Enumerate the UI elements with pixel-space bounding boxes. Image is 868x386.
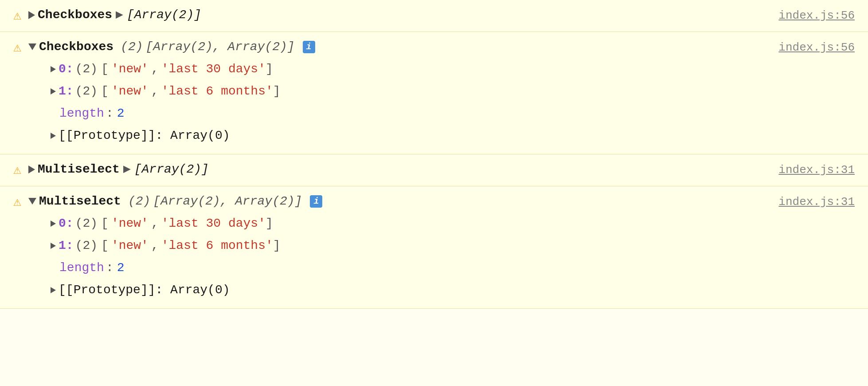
index-2-0: 0: [59, 60, 74, 79]
row-left-4: ⚠ Multiselect (2) [Array(2), Array(2)] i… [13, 192, 855, 301]
expand-triangle-3[interactable] [28, 165, 35, 173]
label-checkboxes-1: Checkboxes [38, 6, 112, 24]
index-2-1: 1: [59, 82, 74, 101]
bracket-close-2-1: ] [273, 82, 281, 101]
row-header-3: Multiselect ▶ [Array(2)] index.js:31 [28, 160, 855, 179]
bracket-close-2-0: ] [266, 60, 273, 79]
comma-2-0: , [151, 60, 159, 79]
length-label-4: length [59, 259, 104, 277]
array-count-4: (2) [128, 192, 150, 211]
val2-4-0: 'last 30 days' [161, 214, 266, 233]
label-multiselect-4: Multiselect [39, 192, 121, 211]
index-4-0: 0: [59, 214, 74, 233]
row-content-1: Checkboxes ▶ [Array(2)] index.js:56 [28, 5, 855, 24]
val2-2-0: 'last 30 days' [161, 60, 266, 79]
length-colon-2: : [106, 104, 113, 123]
warning-icon-2: ⚠ [13, 38, 21, 58]
prototype-row-4: [[Prototype]]: Array(0) [51, 279, 855, 301]
info-badge-4[interactable]: i [310, 195, 322, 208]
bracket-close-4-1: ] [273, 236, 281, 255]
sub-expand-2-0[interactable] [51, 66, 56, 72]
label-multiselect-3: Multiselect [38, 160, 120, 179]
sub-count-2-1: (2) [75, 82, 98, 101]
bracket-open-2-1: [ [101, 82, 109, 101]
row-left-1: ⚠ Checkboxes ▶ [Array(2)] index.js:56 [13, 5, 855, 26]
collapse-triangle-4[interactable] [28, 198, 36, 205]
row-left-2: ⚠ Checkboxes (2) [Array(2), Array(2)] i … [13, 37, 855, 147]
row-header-4: Multiselect (2) [Array(2), Array(2)] i i… [28, 192, 855, 211]
array-count-2: (2) [121, 38, 143, 56]
sub-row-4-1: 1: (2) [ 'new' , 'last 6 months' ] [51, 235, 855, 257]
collapse-triangle-2[interactable] [28, 43, 36, 50]
length-row-2: length : 2 [51, 102, 855, 125]
expanded-content-4: 0: (2) [ 'new' , 'last 30 days' ] 1: (2)… [28, 213, 855, 301]
comma-4-0: , [151, 214, 159, 233]
index-4-1: 1: [59, 236, 74, 255]
length-value-2: 2 [117, 104, 125, 123]
bracket-open-4-1: [ [101, 236, 109, 255]
console-output: ⚠ Checkboxes ▶ [Array(2)] index.js:56 ⚠ … [0, 0, 868, 386]
sub-count-4-1: (2) [75, 236, 98, 255]
comma-2-1: , [151, 82, 159, 101]
arrow-separator-3: ▶ [123, 160, 131, 179]
expand-triangle-1[interactable] [28, 11, 35, 19]
val1-2-1: 'new' [111, 82, 149, 101]
row-left-3: ⚠ Multiselect ▶ [Array(2)] index.js:31 [13, 160, 855, 181]
warning-icon-1: ⚠ [13, 6, 21, 26]
array-items-2: [Array(2), Array(2)] [146, 38, 295, 56]
file-link-1[interactable]: index.js:56 [761, 7, 855, 24]
val1-4-1: 'new' [111, 236, 149, 255]
length-colon-4: : [106, 259, 113, 277]
prototype-label-2: [[Prototype]]: Array(0) [59, 126, 230, 145]
length-label-2: length [59, 104, 104, 123]
array-display-3: [Array(2)] [134, 160, 209, 179]
bracket-open-2-0: [ [101, 60, 109, 79]
warning-icon-4: ⚠ [13, 193, 21, 213]
row-content-2: Checkboxes (2) [Array(2), Array(2)] i in… [28, 37, 855, 147]
file-link-3[interactable]: index.js:31 [761, 161, 855, 179]
array-display-1: [Array(2)] [127, 6, 201, 24]
val2-4-1: 'last 6 months' [161, 236, 273, 255]
sub-expand-4-1[interactable] [51, 243, 56, 249]
bracket-open-4-0: [ [101, 214, 109, 233]
row-content-3: Multiselect ▶ [Array(2)] index.js:31 [28, 160, 855, 179]
length-value-4: 2 [117, 259, 125, 277]
prototype-row-2: [[Prototype]]: Array(0) [51, 125, 855, 147]
comma-4-1: , [151, 236, 159, 255]
warning-icon-3: ⚠ [13, 161, 21, 181]
file-link-4[interactable]: index.js:31 [761, 193, 855, 211]
val1-2-0: 'new' [111, 60, 149, 79]
console-row-3: ⚠ Multiselect ▶ [Array(2)] index.js:31 [0, 154, 868, 186]
sub-row-4-0: 0: (2) [ 'new' , 'last 30 days' ] [51, 213, 855, 235]
row-content-4: Multiselect (2) [Array(2), Array(2)] i i… [28, 192, 855, 301]
sub-row-2-0: 0: (2) [ 'new' , 'last 30 days' ] [51, 58, 855, 80]
proto-expand-2[interactable] [51, 133, 56, 139]
prototype-label-4: [[Prototype]]: Array(0) [59, 281, 230, 299]
array-items-4: [Array(2), Array(2)] [153, 192, 302, 211]
sub-count-4-0: (2) [75, 214, 98, 233]
val1-4-0: 'new' [111, 214, 149, 233]
info-badge-2[interactable]: i [303, 41, 315, 53]
console-row-4: ⚠ Multiselect (2) [Array(2), Array(2)] i… [0, 186, 868, 309]
sub-expand-4-0[interactable] [51, 221, 56, 227]
expanded-content-2: 0: (2) [ 'new' , 'last 30 days' ] 1: (2)… [28, 58, 855, 147]
label-checkboxes-2: Checkboxes [39, 38, 113, 56]
row-header-2: Checkboxes (2) [Array(2), Array(2)] i in… [28, 37, 855, 56]
row-header-1: Checkboxes ▶ [Array(2)] index.js:56 [28, 5, 855, 24]
arrow-separator-1: ▶ [116, 6, 123, 24]
sub-count-2-0: (2) [75, 60, 98, 79]
sub-row-2-1: 1: (2) [ 'new' , 'last 6 months' ] [51, 80, 855, 102]
console-row-2: ⚠ Checkboxes (2) [Array(2), Array(2)] i … [0, 32, 868, 154]
console-row-1: ⚠ Checkboxes ▶ [Array(2)] index.js:56 [0, 0, 868, 32]
val2-2-1: 'last 6 months' [161, 82, 273, 101]
file-link-2[interactable]: index.js:56 [761, 39, 855, 56]
sub-expand-2-1[interactable] [51, 88, 56, 95]
proto-expand-4[interactable] [51, 287, 56, 293]
length-row-4: length : 2 [51, 257, 855, 279]
bracket-close-4-0: ] [266, 214, 273, 233]
